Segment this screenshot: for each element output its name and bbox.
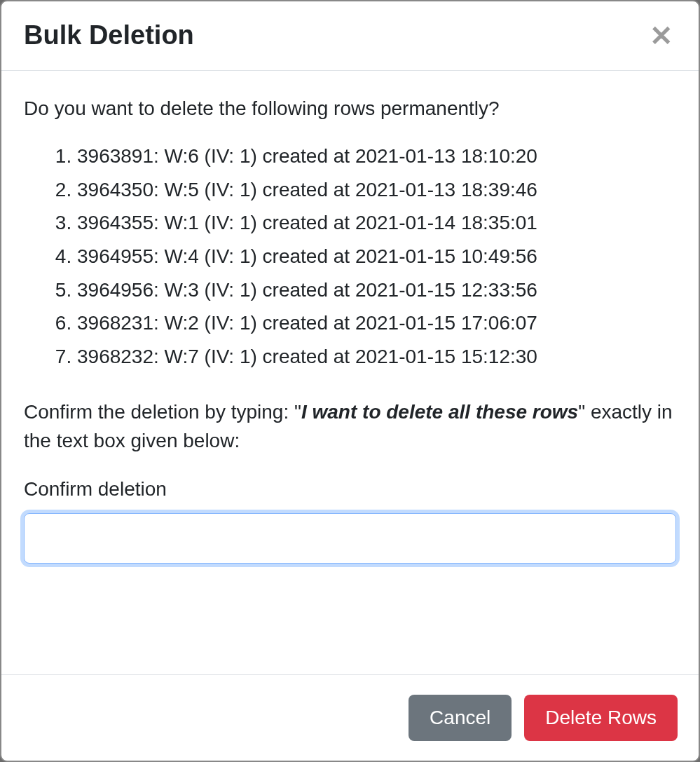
- bulk-delete-modal: Bulk Deletion ✕ Do you want to delete th…: [0, 0, 700, 762]
- confirm-deletion-input[interactable]: [24, 513, 676, 564]
- modal-header: Bulk Deletion ✕: [1, 1, 699, 71]
- list-item: 3964355: W:1 (IV: 1) created at 2021-01-…: [77, 206, 676, 240]
- modal-body: Do you want to delete the following rows…: [1, 71, 699, 675]
- list-item: 3968231: W:2 (IV: 1) created at 2021-01-…: [77, 306, 676, 340]
- close-button[interactable]: ✕: [647, 22, 676, 50]
- modal-footer: Cancel Delete Rows: [1, 674, 699, 761]
- modal-title: Bulk Deletion: [24, 20, 194, 52]
- list-item: 3964955: W:4 (IV: 1) created at 2021-01-…: [77, 240, 676, 273]
- confirm-instructions: Confirm the deletion by typing: "I want …: [24, 398, 676, 455]
- confirm-field-label: Confirm deletion: [24, 475, 676, 504]
- list-item: 3968232: W:7 (IV: 1) created at 2021-01-…: [77, 340, 676, 374]
- cancel-button[interactable]: Cancel: [409, 695, 512, 741]
- close-icon: ✕: [650, 20, 673, 51]
- list-item: 3964350: W:5 (IV: 1) created at 2021-01-…: [77, 173, 676, 207]
- confirm-prefix: Confirm the deletion by typing: ": [24, 401, 301, 423]
- list-item: 3963891: W:6 (IV: 1) created at 2021-01-…: [77, 140, 676, 173]
- list-item: 3964956: W:3 (IV: 1) created at 2021-01-…: [77, 273, 676, 307]
- delete-rows-button[interactable]: Delete Rows: [524, 695, 678, 741]
- confirm-phrase: I want to delete all these rows: [301, 401, 578, 423]
- rows-list: 3963891: W:6 (IV: 1) created at 2021-01-…: [24, 140, 676, 373]
- delete-prompt: Do you want to delete the following rows…: [24, 95, 676, 123]
